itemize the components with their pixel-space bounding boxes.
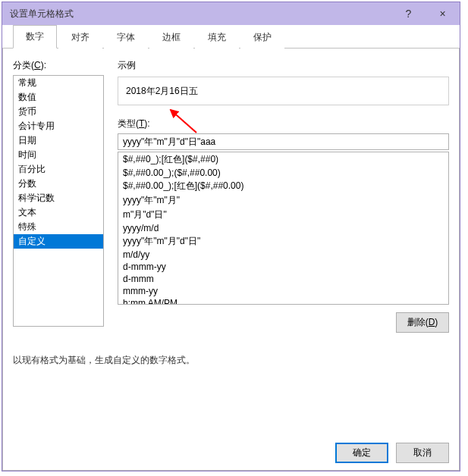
category-item-general[interactable]: 常规 <box>14 76 103 90</box>
tab-font[interactable]: 字体 <box>104 26 148 49</box>
category-item-special[interactable]: 特殊 <box>14 220 103 234</box>
delete-button[interactable]: 删除(D) <box>396 312 449 333</box>
format-cells-dialog: 设置单元格格式 ? × 数字 对齐 字体 边框 填充 保护 分类(C): 常规 … <box>2 2 460 471</box>
format-item[interactable]: yyyy"年"m"月"d"日" <box>118 234 448 249</box>
category-item-number[interactable]: 数值 <box>14 90 103 105</box>
category-item-percentage[interactable]: 百分比 <box>14 162 103 177</box>
help-icon: ? <box>406 8 412 20</box>
tab-number[interactable]: 数字 <box>13 25 57 49</box>
dialog-footer: 确定 取消 <box>2 434 460 471</box>
dialog-body: 分类(C): 常规 数值 货币 会计专用 日期 时间 百分比 分数 科学记数 文… <box>2 49 460 435</box>
type-input[interactable] <box>118 133 449 150</box>
format-item[interactable]: $#,##0.00_);($#,##0.00) <box>118 167 448 179</box>
category-label: 分类(C): <box>13 59 104 72</box>
format-item[interactable]: m"月"d"日" <box>118 208 448 222</box>
dialog-title: 设置单元格格式 <box>10 8 74 20</box>
sample-box: 2018年2月16日五 <box>118 77 449 105</box>
category-item-fraction[interactable]: 分数 <box>14 177 103 191</box>
format-item[interactable]: mmm-yy <box>118 285 448 297</box>
format-item[interactable]: m/d/yy <box>118 249 448 261</box>
ok-button[interactable]: 确定 <box>335 443 388 463</box>
close-button[interactable]: × <box>426 2 460 25</box>
category-item-scientific[interactable]: 科学记数 <box>14 191 103 205</box>
cancel-button[interactable]: 取消 <box>396 443 449 463</box>
description-text: 以现有格式为基础，生成自定义的数字格式。 <box>13 354 449 367</box>
format-item[interactable]: $#,##0.00_);[红色]($#,##0.00) <box>118 179 448 193</box>
sample-label: 示例 <box>118 59 449 72</box>
type-label: 类型(T): <box>118 117 449 130</box>
tab-fill[interactable]: 填充 <box>195 26 239 49</box>
tab-alignment[interactable]: 对齐 <box>58 26 102 49</box>
category-item-text[interactable]: 文本 <box>14 205 103 220</box>
help-button[interactable]: ? <box>391 2 426 25</box>
format-item[interactable]: $#,##0_);[红色]($#,##0) <box>118 152 448 167</box>
titlebar: 设置单元格格式 ? × <box>2 2 460 25</box>
close-icon: × <box>439 8 445 20</box>
category-item-accounting[interactable]: 会计专用 <box>14 119 103 133</box>
format-item[interactable]: d-mmm-yy <box>118 261 448 273</box>
tab-border[interactable]: 边框 <box>149 26 193 49</box>
tab-strip: 数字 对齐 字体 边框 填充 保护 <box>2 25 460 49</box>
sample-value: 2018年2月16日五 <box>126 85 198 98</box>
category-list[interactable]: 常规 数值 货币 会计专用 日期 时间 百分比 分数 科学记数 文本 特殊 自定… <box>13 75 104 327</box>
format-code-list[interactable]: $#,##0_);[红色]($#,##0) $#,##0.00_);($#,##… <box>118 152 449 305</box>
category-item-currency[interactable]: 货币 <box>14 105 103 119</box>
format-item[interactable]: h:mm AM/PM <box>118 297 448 305</box>
format-item[interactable]: d-mmm <box>118 273 448 285</box>
format-item[interactable]: yyyy/m/d <box>118 222 448 234</box>
category-item-time[interactable]: 时间 <box>14 148 103 162</box>
format-item[interactable]: yyyy"年"m"月" <box>118 193 448 208</box>
category-item-date[interactable]: 日期 <box>14 133 103 148</box>
category-item-custom[interactable]: 自定义 <box>14 234 103 249</box>
tab-protection[interactable]: 保护 <box>240 26 284 49</box>
